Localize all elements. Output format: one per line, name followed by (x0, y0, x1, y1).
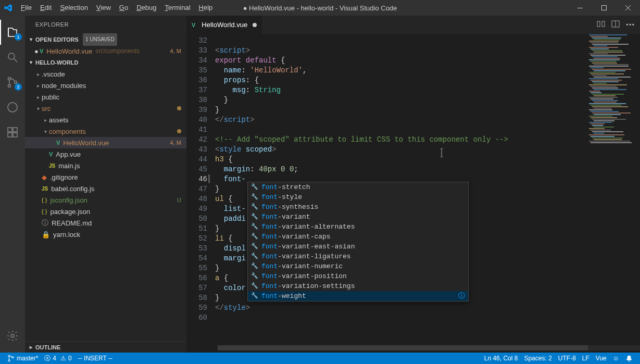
status-language[interactable]: Vue (593, 355, 610, 362)
folder-assets[interactable]: ▸assets (25, 114, 186, 125)
property-icon: 🔧 (251, 271, 258, 281)
suggest-widget[interactable]: 🔧font-stretch🔧font-style🔧font-synthesis🔧… (247, 182, 469, 302)
explorer-sidebar: EXPLORER ▾ OPEN EDITORS 1 UNSAVED ● VHel… (25, 16, 186, 353)
folder-src[interactable]: ▾src (25, 103, 186, 114)
suggest-item[interactable]: 🔧font-variant (248, 212, 468, 222)
menu-go[interactable]: Go (115, 0, 132, 16)
folder-node_modules[interactable]: ▸node_modules (25, 80, 186, 91)
suggest-item[interactable]: 🔧font-variant-position (248, 271, 468, 281)
status-cursor-pos[interactable]: Ln 46, Col 8 (481, 355, 521, 362)
svg-point-4 (8, 85, 11, 87)
menu-view[interactable]: View (92, 0, 115, 16)
svg-point-11 (11, 334, 14, 337)
chevron-icon: ▸ (34, 71, 42, 77)
menu-debug[interactable]: Debug (132, 0, 160, 16)
svg-rect-10 (13, 128, 17, 132)
suggest-item[interactable]: 🔧font-variant-ligatures (248, 252, 468, 261)
suggest-item[interactable]: 🔧font-weightⓘ (248, 291, 468, 301)
folder-.vscode[interactable]: ▸.vscode (25, 68, 186, 80)
file-HelloWorld.vue[interactable]: VHelloWorld.vue4, M (25, 137, 186, 148)
editor-body[interactable]: 3233343536373839404142434445464748495051… (186, 34, 640, 353)
horizontal-scrollbar[interactable] (218, 345, 640, 350)
close-button[interactable] (616, 0, 640, 16)
file-yarn.lock[interactable]: 🔒yarn.lock (25, 229, 186, 240)
chevron-icon: ▾ (34, 106, 42, 111)
activity-debug[interactable] (0, 95, 25, 120)
vue-icon: V (49, 151, 53, 157)
status-branch[interactable]: master* (4, 355, 41, 362)
menu-help[interactable]: Help (195, 0, 217, 16)
property-icon: 🔧 (251, 192, 258, 202)
chevron-icon: ▾ (42, 129, 49, 134)
activity-scm[interactable]: 2 (0, 70, 25, 95)
status-bell-icon[interactable] (622, 355, 636, 362)
status-encoding[interactable]: UTF-8 (555, 355, 579, 362)
vue-icon: V (192, 22, 195, 28)
open-editor-item[interactable]: ● VHelloWorld.vue src\components4, M (25, 45, 186, 57)
window-title: ● HelloWorld.vue - hello-world - Visual … (243, 4, 397, 12)
chevron-down-icon: ▾ (27, 57, 34, 68)
activity-settings[interactable] (0, 323, 25, 348)
open-editors-label: OPEN EDITORS (35, 34, 79, 45)
activity-search[interactable] (0, 45, 25, 70)
file-package.json[interactable]: { }package.json (25, 206, 186, 217)
menu-file[interactable]: File (17, 0, 36, 16)
vscode-logo (4, 4, 12, 12)
open-editors-header[interactable]: ▾ OPEN EDITORS 1 UNSAVED (25, 34, 186, 45)
tab-helloworld[interactable]: V HelloWorld.vue (186, 16, 262, 34)
status-problems[interactable]: ⓧ4 ⚠0 (41, 354, 74, 363)
file-README.md[interactable]: ⓘREADME.md (25, 217, 186, 229)
minimize-button[interactable] (568, 0, 592, 16)
svg-rect-13 (602, 21, 605, 27)
suggest-item[interactable]: 🔧font-variant-east-asian (248, 242, 468, 252)
info-icon[interactable]: ⓘ (458, 291, 465, 301)
suggest-item[interactable]: 🔧font-variant-caps (248, 232, 468, 242)
file-main.js[interactable]: JSmain.js (25, 160, 186, 171)
folder-components[interactable]: ▾components (25, 125, 186, 137)
file-.gitignore[interactable]: ◆.gitignore (25, 171, 186, 183)
sidebar-header: EXPLORER (25, 16, 186, 34)
vue-icon: V (56, 140, 60, 146)
scm-badge: 2 (15, 83, 22, 91)
text-cursor-indicator (440, 148, 440, 157)
file-babel.config.js[interactable]: JSbabel.config.js (25, 183, 186, 194)
property-icon: 🔧 (251, 281, 258, 291)
suggest-item[interactable]: 🔧font-variation-settings (248, 281, 468, 291)
js-icon: JS (49, 163, 55, 169)
suggest-item[interactable]: 🔧font-synthesis (248, 202, 468, 212)
status-vim-mode: -- INSERT -- (75, 355, 116, 362)
property-icon: 🔧 (251, 261, 258, 271)
file-App.vue[interactable]: VApp.vue (25, 148, 186, 160)
status-spaces[interactable]: Spaces: 2 (521, 355, 555, 362)
menu-terminal[interactable]: Terminal (160, 0, 194, 16)
suggest-item[interactable]: 🔧font-variant-numeric (248, 261, 468, 271)
menu-selection[interactable]: Selection (56, 0, 92, 16)
status-eol[interactable]: LF (579, 355, 593, 362)
suggest-item[interactable]: 🔧font-stretch (248, 182, 468, 192)
file-jsconfig.json[interactable]: { }jsconfig.jsonU (25, 194, 186, 206)
property-icon: 🔧 (251, 182, 258, 192)
split-editor-icon[interactable] (611, 20, 620, 30)
menu-edit[interactable]: Edit (36, 0, 56, 16)
activity-extensions[interactable] (0, 120, 25, 145)
suggest-item[interactable]: 🔧font-style (248, 192, 468, 202)
suggest-item[interactable]: 🔧font-variant-alternates (248, 222, 468, 232)
maximize-button[interactable] (592, 0, 616, 16)
project-name: HELLO-WORLD (35, 57, 78, 68)
activity-explorer[interactable]: 1 (0, 20, 25, 45)
project-header[interactable]: ▾ HELLO-WORLD (25, 57, 186, 68)
chevron-right-icon: ▸ (27, 342, 34, 353)
menu-bar: FileEditSelectionViewGoDebugTerminalHelp (17, 0, 217, 16)
outline-header[interactable]: ▸ OUTLINE (25, 341, 186, 353)
svg-rect-0 (578, 8, 583, 8)
more-icon[interactable]: ••• (626, 21, 635, 29)
svg-rect-1 (602, 6, 607, 10)
json-icon: { } (42, 208, 47, 215)
chevron-icon: ▸ (34, 83, 42, 89)
svg-point-16 (8, 360, 10, 361)
status-feedback-icon[interactable]: ☺ (610, 355, 622, 362)
svg-point-15 (8, 355, 10, 357)
folder-public[interactable]: ▸public (25, 91, 186, 103)
minimap[interactable] (588, 34, 640, 353)
split-compare-icon[interactable] (597, 20, 605, 30)
